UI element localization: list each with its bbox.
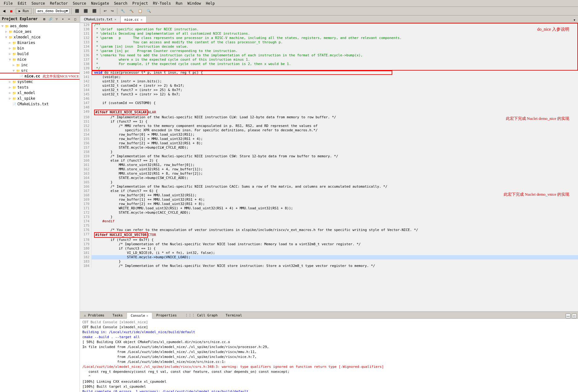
tab-problems[interactable]: ⚠ Problems <box>80 312 108 318</box>
menu-edit[interactable]: Edit <box>15 1 29 6</box>
toggle-nice-aes[interactable]: ▷ <box>4 30 8 33</box>
minimize-icon[interactable]: — <box>67 16 72 21</box>
toggle-src[interactable]: ▽ <box>12 69 15 72</box>
toggle-build[interactable]: ▷ <box>8 52 12 56</box>
line-content-177[interactable]: #ifdef NUCLEI_NICE_VECTORCTOR <box>92 232 578 238</box>
toolbar-btn-1[interactable]: ⬛ <box>73 8 81 14</box>
line-content-132[interactable]: * \param p The class represents one proc… <box>92 36 578 40</box>
tree-item-cmakelists[interactable]: 📄 CMakeLists.txt <box>0 101 80 107</box>
menu-window[interactable]: Window <box>185 1 203 6</box>
tree-item-nice-aes[interactable]: ▷ 📁 nice_aes <box>0 29 80 34</box>
toggle-nice[interactable]: ▽ <box>8 58 12 61</box>
line-content-156[interactable]: row_buffer[2] = MMU.load_uint32(RS1 + 8)… <box>92 141 578 146</box>
tree-item-xlmodel-nice[interactable]: ▽ 📁 xlmodel_nice <box>0 34 80 40</box>
toggle-xl-model[interactable]: ▷ <box>8 91 12 95</box>
line-content-162[interactable]: MMU.store_uint32(RS1 + 4, row_buffer[1])… <box>92 167 578 172</box>
tab-nice-cc[interactable]: nice.cc ✕ <box>120 16 146 23</box>
link-editor-icon[interactable]: 🔗 <box>48 16 53 21</box>
line-content-160[interactable]: else if (funct7 == 2) { <box>92 159 578 163</box>
editor-menu-btn[interactable]: ▾ <box>572 17 577 23</box>
line-content-135[interactable]: * \param [in] pc Program Counter corresp… <box>92 49 578 53</box>
line-content-148[interactable] <box>92 105 578 110</box>
line-content-147[interactable]: if (customId == CUSTOM0) { <box>92 101 578 105</box>
toolbar-btn-7[interactable]: 🔨 <box>128 8 135 14</box>
tree-item-nice[interactable]: ▽ 📁 nice <box>0 57 80 62</box>
line-content-178[interactable]: if (funct7 == 0x7f) { <box>92 238 578 242</box>
line-content-130[interactable]: * \brief specific operation for NICE ins… <box>92 27 578 32</box>
console-minimize[interactable]: — <box>566 313 571 318</box>
tab-console[interactable]: Console ✕ <box>127 312 152 319</box>
tree-item-xl-model[interactable]: ▷ 📁 xl_model <box>0 90 80 96</box>
line-content-133[interactable]: * You can access and modify the content … <box>92 40 578 45</box>
line-content-141[interactable]: (void)pc; <box>92 75 578 79</box>
line-content-169[interactable]: row_buffer[1] += MMU.load_uint32(RS1 + 4… <box>92 198 578 202</box>
menu-rvtools[interactable]: RV-Tools <box>150 1 173 6</box>
view-menu-icon[interactable]: ▾ <box>60 16 65 21</box>
line-content-150[interactable]: /* Implementation of the Nuclei-specific… <box>92 115 578 120</box>
line-content-153[interactable]: specific XPR encoded in the insn. For sp… <box>92 128 578 133</box>
toolbar-btn-3[interactable]: ⬛ <box>91 8 98 14</box>
line-content-143[interactable]: uint32_t customId = (instr >> 2) & 0x1f; <box>92 84 578 88</box>
toggle-xlmodel-nice[interactable]: ▽ <box>4 35 8 39</box>
tree-item-xl-spike[interactable]: ▷ 📁 xl_spike <box>0 96 80 101</box>
toolbar-btn-2[interactable]: ⬛ <box>82 8 89 14</box>
filter-icon[interactable]: ▽ <box>54 16 59 21</box>
line-content-151[interactable]: if (funct7 == 1) { <box>92 120 578 124</box>
toggle-xl-spike[interactable]: ▷ <box>8 97 12 100</box>
line-content-163[interactable]: MMU.store_uint32(RS1 + 8, row_buffer[2])… <box>92 172 578 176</box>
maximize-icon[interactable]: □ <box>73 16 78 21</box>
toggle-tests[interactable]: ▷ <box>8 85 12 89</box>
menu-source2[interactable]: Source <box>70 1 89 6</box>
tab-terminal[interactable]: Terminal <box>222 312 246 318</box>
menu-run[interactable]: Run <box>173 1 185 6</box>
line-content-172[interactable]: STATE.mcycle->bump(CACC_CYCLE_ADD); <box>92 211 578 215</box>
tree-item-bin[interactable]: ▷ 📁 bin <box>0 46 80 51</box>
line-content-138[interactable]: * For example, if the expected cycle cou… <box>92 62 578 66</box>
line-content-149[interactable]: #ifdef NUCLEI_NICE_SCALARALAR <box>92 110 578 115</box>
tab-close-console[interactable]: ✕ <box>146 314 148 317</box>
tab-tasks[interactable]: Tasks <box>108 312 127 318</box>
menu-file[interactable]: File <box>1 1 15 6</box>
menu-search[interactable]: Search <box>111 1 130 6</box>
toggle-systemc[interactable]: ▷ <box>8 80 12 84</box>
line-content-175[interactable] <box>92 224 578 228</box>
toggle-bin[interactable]: ▷ <box>8 46 12 50</box>
line-content-166[interactable]: /* Implementation of the Nuclei-specific… <box>92 185 578 189</box>
tree-item-src[interactable]: ▽ 📁 src <box>0 68 80 73</box>
back-button[interactable]: ◀ <box>1 8 7 14</box>
line-content-182[interactable]: STATE.mcycle->bump(VNICE_LOAD); <box>92 255 578 259</box>
line-content-140[interactable]: void do_nice(processor_t* p, insn_t insn… <box>92 71 578 75</box>
tree-item-inc[interactable]: ▷ 📁 inc <box>0 62 80 68</box>
line-content-180[interactable]: if (funct3 == 1) { <box>92 246 578 251</box>
tree-item-nice-cc[interactable]: 📄 nice.cc 此文件实现NICE/VNICE <box>0 73 80 79</box>
line-content-152[interactable]: /* MMU refers to the memory component en… <box>92 124 578 128</box>
line-content-164[interactable]: STATE.mcycle->bump(CSW_CYCLE_ADD); <box>92 176 578 180</box>
tree-item-tests[interactable]: ▷ 📁 tests <box>0 85 80 90</box>
line-content-184[interactable]: /* Implementation of the Nuclei-specific… <box>92 264 578 268</box>
toggle-inc[interactable]: ▷ <box>12 63 15 67</box>
menu-help[interactable]: Help <box>203 1 217 6</box>
debug-config-selector[interactable]: aes_demo Debug ▼ <box>36 8 69 14</box>
stop-button[interactable]: ⏹ <box>8 8 15 14</box>
line-content-155[interactable]: row_buffer[1] = MMU.load_uint32(RS1 + 4)… <box>92 137 578 141</box>
toolbar-btn-4[interactable]: ↩ <box>102 8 108 14</box>
tree-item-systemc[interactable]: ▷ 📁 systemc <box>0 79 80 85</box>
line-content-134[interactable]: * \param [in] insn Instruction decode va… <box>92 45 578 49</box>
line-content-142[interactable]: uint32_t instr = insn.bits(); <box>92 79 578 84</box>
line-content-170[interactable]: row_buffer[2] += MMU.load_uint32(RS1 + 8… <box>92 202 578 206</box>
line-content-176[interactable]: /* You can refer to the encapsulation of… <box>92 228 578 232</box>
line-content-181[interactable]: VI_LD_NICE(0, (i * nf + fn), int32, fals… <box>92 251 578 255</box>
line-content-157[interactable]: STATE.mcycle->bump(CLW_CYCLE_ADD); <box>92 146 578 150</box>
line-content-136[interactable]: * \remarks You need to add the instructi… <box>92 53 578 58</box>
tab-properties[interactable]: Properties <box>152 312 181 318</box>
line-content-179[interactable]: /* Implementation of the Nuclei-specific… <box>92 242 578 246</box>
tab-close-cmakelists[interactable]: ✕ <box>115 18 116 21</box>
line-content-145[interactable]: uint32_t funct3 = (instr >> 12) & 0x7; <box>92 92 578 97</box>
line-content-171[interactable]: WRITE_RD(MMU.load_uint32(RS1) + MMU.load… <box>92 206 578 211</box>
toolbar-btn-9[interactable]: 🔍 <box>145 8 153 14</box>
menu-refactor[interactable]: Refactor <box>47 1 70 6</box>
tab-close-nice-cc[interactable]: ✕ <box>141 18 142 21</box>
toggle-aes-demo[interactable]: ▽ <box>1 24 4 28</box>
tab-cmakelists[interactable]: CMakeLists.txt ✕ <box>80 16 120 23</box>
toggle-binaries[interactable]: ▷ <box>8 41 12 45</box>
